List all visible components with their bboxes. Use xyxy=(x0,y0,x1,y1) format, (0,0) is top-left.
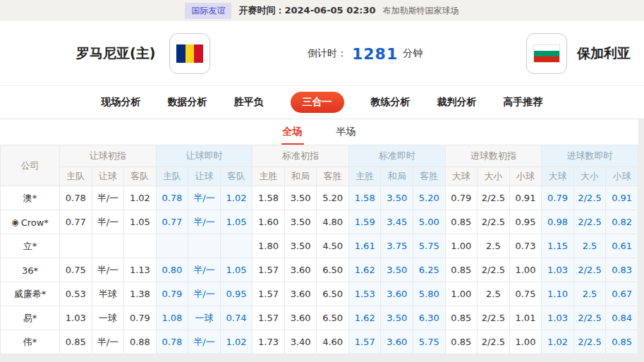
odds-cell-live[interactable]: 3.60 xyxy=(381,282,413,306)
col-header-handicap-live-1: 让球 xyxy=(188,167,221,186)
odds-cell-initial: 1.58 xyxy=(253,186,285,210)
odds-cell-live[interactable]: 3.60 xyxy=(381,330,413,354)
odds-cell-live[interactable]: 0.79 xyxy=(542,186,574,210)
odds-cell-live[interactable]: 3.50 xyxy=(381,186,413,210)
odds-cell-live[interactable]: 2/2.5 xyxy=(573,258,606,282)
odds-cell-live[interactable]: 3.50 xyxy=(381,258,413,282)
league-badge[interactable]: 国际友谊 xyxy=(185,3,231,19)
odds-cell-live[interactable]: 1.58 xyxy=(348,186,381,210)
odds-cell-live[interactable]: 1.08 xyxy=(156,306,188,330)
col-header-handicap-initial-2: 客队 xyxy=(124,167,157,186)
odds-cell-live[interactable]: 5.00 xyxy=(413,210,446,234)
odds-cell-live[interactable]: 0.79 xyxy=(156,282,188,306)
odds-cell-initial: 0.77 xyxy=(60,210,92,234)
odds-comparison-table: 公司让球初指让球即时标准初指标准即时进球数初指进球数即时主队让球客队主队让球客队… xyxy=(0,145,638,354)
odds-cell-live[interactable]: 1.02 xyxy=(542,330,574,354)
odds-cell-live[interactable]: 1.05 xyxy=(220,210,253,234)
odds-cell-initial: 4.50 xyxy=(317,234,349,258)
column-group-handicap-initial: 让球初指 xyxy=(60,145,157,167)
odds-cell-initial: 3.60 xyxy=(284,282,317,306)
nav-tab-referee-analysis[interactable]: 裁判分析 xyxy=(437,96,477,109)
odds-cell-initial: 1.05 xyxy=(124,210,157,234)
col-header-goals-initial-2: 小球 xyxy=(509,167,542,186)
odds-cell-initial: 0.85 xyxy=(445,210,478,234)
odds-cell-live[interactable]: 半/一 xyxy=(188,282,221,306)
odds-cell-live[interactable]: 0.91 xyxy=(606,186,638,210)
odds-cell-live[interactable]: 5.20 xyxy=(413,186,446,210)
odds-cell-initial: 1.57 xyxy=(253,258,285,282)
odds-cell-live[interactable]: 1.02 xyxy=(220,330,253,354)
odds-cell-live[interactable]: 1.03 xyxy=(542,258,574,282)
odds-cell-initial: 2/2.5 xyxy=(478,258,510,282)
col-header-handicap-initial-0: 主队 xyxy=(60,167,92,186)
odds-cell-live[interactable]: 半/一 xyxy=(188,210,221,234)
nav-tab-data-analysis[interactable]: 数据分析 xyxy=(168,96,207,109)
nav-tab-win-draw-loss[interactable]: 胜平负 xyxy=(234,96,264,109)
odds-cell-live[interactable]: 0.82 xyxy=(606,210,638,234)
odds-cell-initial: 0.73 xyxy=(509,234,542,258)
odds-cell-live[interactable]: 5.75 xyxy=(413,234,446,258)
odds-cell-live[interactable]: 2/2.5 xyxy=(573,186,606,210)
odds-cell-live[interactable]: 2.5 xyxy=(573,282,606,306)
odds-cell-live[interactable]: 半/一 xyxy=(188,330,221,354)
odds-cell-live[interactable]: 半/一 xyxy=(188,186,221,210)
odds-cell-live[interactable]: 0.77 xyxy=(156,210,188,234)
col-header-handicap-live-0: 主队 xyxy=(156,167,188,186)
odds-cell-live[interactable]: 0.78 xyxy=(156,186,188,210)
away-team-name: 保加利亚 xyxy=(577,44,631,63)
odds-cell-initial: 3.40 xyxy=(284,330,317,354)
odds-cell-live[interactable]: 2/2.5 xyxy=(573,210,606,234)
odds-cell-live[interactable]: 1.53 xyxy=(348,282,381,306)
odds-cell-live[interactable]: 1.05 xyxy=(220,258,253,282)
odds-cell-live[interactable]: 2/2.5 xyxy=(573,306,606,330)
odds-cell-live[interactable]: 0.61 xyxy=(606,234,638,258)
odds-cell-live[interactable]: 1.15 xyxy=(542,234,574,258)
nav-tab-coach-analysis[interactable]: 教练分析 xyxy=(371,96,411,109)
odds-cell-live[interactable]: 0.85 xyxy=(606,330,638,354)
odds-cell-live[interactable]: 0.83 xyxy=(606,258,638,282)
odds-cell-live[interactable]: 3.50 xyxy=(381,306,413,330)
odds-cell-initial: 0.91 xyxy=(509,186,542,210)
odds-cell-initial: 6.50 xyxy=(317,258,349,282)
odds-cell-live[interactable]: 1.62 xyxy=(348,258,381,282)
odds-cell-live[interactable]: 1.57 xyxy=(348,330,381,354)
odds-cell-live[interactable]: 1.62 xyxy=(348,306,381,330)
odds-cell-live[interactable]: 0.84 xyxy=(606,306,638,330)
odds-cell-initial: 0.79 xyxy=(445,186,478,210)
sub-tab-full-match[interactable]: 全场 xyxy=(281,120,304,145)
nav-tab-live-analysis[interactable]: 现场分析 xyxy=(102,96,141,109)
odds-cell-live[interactable]: 0.80 xyxy=(156,258,188,282)
odds-cell-initial: 2/2.5 xyxy=(478,186,510,210)
company-name: 易* xyxy=(23,313,37,323)
odds-cell-initial: 一球 xyxy=(92,306,124,330)
column-group-goals-live: 进球数即时 xyxy=(542,145,638,167)
odds-cell-live[interactable]: 5.80 xyxy=(413,282,446,306)
odds-cell-live[interactable]: 0.74 xyxy=(220,306,253,330)
odds-cell-live[interactable]: 一球 xyxy=(188,306,221,330)
odds-cell-live[interactable]: 6.25 xyxy=(413,258,446,282)
bulgaria-flag-icon xyxy=(533,44,560,63)
odds-cell-live[interactable]: 2/2.5 xyxy=(573,330,606,354)
column-group-standard-live: 标准即时 xyxy=(348,145,445,167)
odds-cell-initial: 3.50 xyxy=(284,186,317,210)
sub-tab-half-match[interactable]: 半场 xyxy=(335,120,358,145)
odds-cell-live[interactable]: 0.95 xyxy=(220,282,253,306)
odds-cell-live[interactable]: 0.98 xyxy=(542,210,574,234)
odds-cell-live[interactable]: 1.10 xyxy=(542,282,574,306)
odds-cell-live[interactable]: 0.78 xyxy=(156,330,188,354)
odds-cell-initial: 2/2.5 xyxy=(478,330,510,354)
odds-cell-live[interactable]: 1.59 xyxy=(348,210,381,234)
odds-cell-live[interactable]: 3.45 xyxy=(381,210,413,234)
odds-cell-live[interactable]: 3.75 xyxy=(381,234,413,258)
odds-cell-live[interactable]: 半/一 xyxy=(188,258,221,282)
odds-cell-live[interactable]: 6.30 xyxy=(413,306,446,330)
odds-cell-live[interactable]: 1.02 xyxy=(220,186,253,210)
odds-cell-live[interactable]: 1.61 xyxy=(348,234,381,258)
odds-cell-live[interactable]: 1.03 xyxy=(542,306,574,330)
romania-flag-icon xyxy=(176,44,203,63)
nav-tab-three-in-one[interactable]: 三合一 xyxy=(291,92,344,113)
odds-cell-live[interactable]: 5.75 xyxy=(413,330,446,354)
odds-cell-live[interactable]: 2.5 xyxy=(573,234,606,258)
nav-tab-expert-picks[interactable]: 高手推荐 xyxy=(504,96,543,109)
odds-cell-live[interactable]: 0.67 xyxy=(606,282,638,306)
